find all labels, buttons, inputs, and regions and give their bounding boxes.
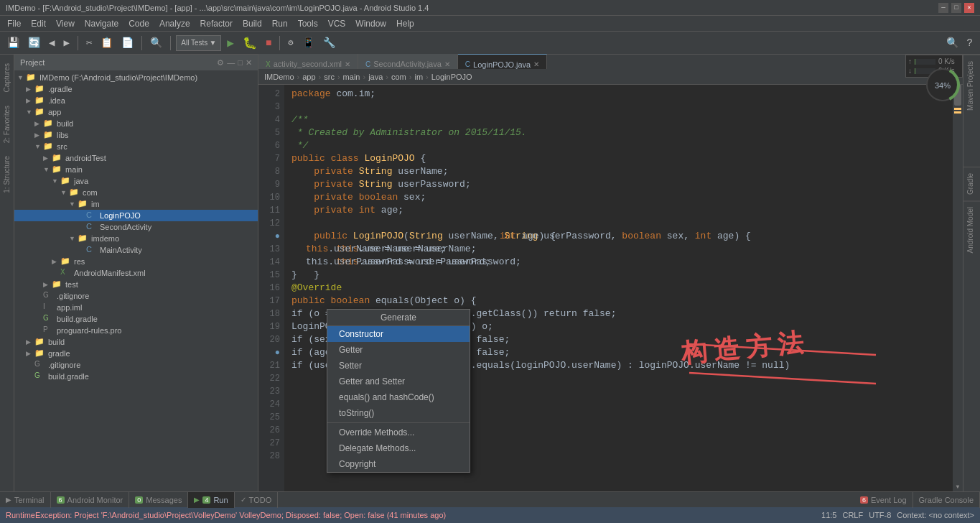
project-close-icon[interactable]: ✕	[246, 58, 252, 68]
tree-item-manifest[interactable]: X AndroidManifest.xml	[14, 267, 258, 279]
tab-close-1[interactable]: ✕	[345, 60, 350, 68]
bc-im[interactable]: im	[414, 73, 423, 81]
tree-item-build1[interactable]: ▶ 📁 build	[14, 118, 258, 129]
structure-tab[interactable]: 1: Structure	[0, 150, 14, 199]
menu-refactor[interactable]: Refactor	[196, 17, 237, 30]
avd-icon[interactable]: 📱	[299, 35, 317, 50]
tree-item-gradle[interactable]: ▶ 📁 .gradle	[14, 83, 258, 95]
tree-item-res[interactable]: ▶ 📁 res	[14, 256, 258, 267]
bc-app[interactable]: app	[302, 73, 315, 81]
menu-navigate[interactable]: Navigate	[80, 17, 123, 30]
ctx-generate[interactable]: Generate	[327, 310, 470, 326]
tree-item-buildgradle-root[interactable]: G build.gradle	[14, 371, 258, 382]
event-log-tab[interactable]: 6 Event Log	[854, 492, 913, 508]
tree-item-gitignore-root[interactable]: G .gitignore	[14, 359, 258, 371]
run-tab[interactable]: ▶ 4 Run	[188, 492, 234, 508]
tree-item-idea[interactable]: ▶ 📁 .idea	[14, 95, 258, 106]
tree-item-imdemo-pkg[interactable]: ▼ 📁 imdemo	[14, 233, 258, 244]
tree-item-mainactivity[interactable]: C MainActivity	[14, 244, 258, 256]
stop-button[interactable]: ■	[263, 36, 274, 50]
tree-item-gitignore-app[interactable]: G .gitignore	[14, 290, 258, 302]
gradle-console-tab[interactable]: Gradle Console	[913, 492, 980, 508]
tree-item-libs[interactable]: ▶ 📁 libs	[14, 129, 258, 141]
tree-item-app[interactable]: ▼ 📁 app	[14, 106, 258, 118]
sdk-icon[interactable]: 🔧	[320, 35, 338, 50]
tree-item-proguard[interactable]: P proguard-rules.pro	[14, 325, 258, 336]
ctx-equals-hashcode[interactable]: equals() and hashCode()	[327, 389, 470, 405]
android-model-tab[interactable]: Android Model	[963, 200, 980, 259]
ctx-getter[interactable]: Getter	[327, 342, 470, 358]
tree-item-build-root[interactable]: ▶ 📁 build	[14, 336, 258, 348]
ctx-copyright[interactable]: Copyright	[327, 456, 470, 472]
messages-tab[interactable]: 0 Messages	[129, 492, 188, 508]
maximize-button[interactable]: □	[951, 3, 961, 13]
tree-item-test[interactable]: ▶ 📁 test	[14, 279, 258, 290]
bc-main[interactable]: main	[343, 73, 360, 81]
close-button[interactable]: ✕	[964, 3, 974, 13]
menu-file[interactable]: File	[3, 17, 25, 30]
bc-loginpojo[interactable]: LoginPOJO	[431, 73, 472, 81]
bc-imdemo[interactable]: IMDemo	[264, 73, 294, 81]
run-button[interactable]: ▶	[224, 34, 237, 52]
toolbar-back-icon[interactable]: ◀	[46, 35, 57, 50]
toolbar-cut-icon[interactable]: ✂	[83, 35, 95, 50]
help-icon[interactable]: ?	[964, 36, 976, 50]
project-collapse-icon[interactable]: —	[227, 58, 235, 68]
ctx-override-methods[interactable]: Override Methods...	[327, 425, 470, 440]
ctx-constructor[interactable]: Constructor	[327, 326, 470, 342]
toolbar-sync-icon[interactable]: 🔄	[25, 35, 43, 50]
tab-close-2[interactable]: ✕	[444, 60, 450, 68]
global-search-icon[interactable]: 🔍	[943, 35, 961, 50]
toolbar-copy-icon[interactable]: 📋	[98, 35, 116, 50]
tree-item-java[interactable]: ▼ 📁 java	[14, 175, 258, 187]
tree-item-loginpojo[interactable]: C LoginPOJO	[14, 210, 258, 221]
maven-projects-tab[interactable]: Maven Projects	[963, 55, 980, 116]
project-expand-icon[interactable]: □	[238, 58, 243, 68]
menu-view[interactable]: View	[52, 17, 79, 30]
menu-run[interactable]: Run	[268, 17, 292, 30]
todo-tab[interactable]: ✓ TODO	[235, 492, 279, 508]
ctx-tostring[interactable]: toString()	[327, 405, 470, 421]
tab-close-3[interactable]: ✕	[533, 60, 539, 68]
toolbar-paste-icon[interactable]: 📄	[118, 35, 136, 50]
toolbar-forward-icon[interactable]: ▶	[60, 35, 72, 50]
terminal-tab[interactable]: ▶ Terminal	[0, 492, 51, 508]
android-monitor-tab[interactable]: 6 Android Monitor	[51, 492, 130, 508]
run-config-dropdown[interactable]: All Tests ▼	[176, 35, 221, 51]
menu-vcs[interactable]: VCS	[324, 17, 350, 30]
tree-item-main[interactable]: ▼ 📁 main	[14, 164, 258, 175]
tree-item-secondactivity[interactable]: C SecondActivity	[14, 221, 258, 233]
ctx-getter-setter[interactable]: Getter and Setter	[327, 374, 470, 389]
favorites-tab[interactable]: 2: Favorites	[0, 100, 14, 149]
tree-item-imdemo-root[interactable]: ▼ 📁 IMDemo (F:\Android_studio\Project\IM…	[14, 72, 258, 83]
tree-item-src[interactable]: ▼ 📁 src	[14, 141, 258, 152]
tree-item-com[interactable]: ▼ 📁 com	[14, 187, 258, 198]
tree-item-appiml[interactable]: I app.iml	[14, 302, 258, 313]
captures-tab[interactable]: Captures	[0, 57, 14, 98]
menu-analyze[interactable]: Analyze	[155, 17, 195, 30]
menu-help[interactable]: Help	[392, 17, 419, 30]
gradle-sync-icon[interactable]: ⚙	[285, 36, 296, 50]
menu-code[interactable]: Code	[124, 17, 154, 30]
tree-item-buildgradle-app[interactable]: G build.gradle	[14, 313, 258, 325]
toolbar-search-icon[interactable]: 🔍	[147, 35, 165, 50]
menu-build[interactable]: Build	[238, 17, 266, 30]
status-encoding[interactable]: UTF-8	[869, 511, 891, 519]
bc-src[interactable]: src	[324, 73, 335, 81]
gradle-tab[interactable]: Gradle	[963, 167, 980, 200]
debug-button[interactable]: 🐛	[240, 34, 260, 52]
tree-item-im[interactable]: ▼ 📁 im	[14, 198, 258, 210]
bc-com[interactable]: com	[391, 73, 406, 81]
status-line-ending[interactable]: CRLF	[842, 511, 863, 519]
tree-item-androidtest[interactable]: ▶ 📁 androidTest	[14, 152, 258, 164]
editor-scrollbar[interactable]: ▲ ▼	[953, 75, 963, 491]
tree-item-gradle-root[interactable]: ▶ 📁 gradle	[14, 348, 258, 359]
ctx-setter[interactable]: Setter	[327, 358, 470, 374]
ctx-delegate-methods[interactable]: Delegate Methods...	[327, 440, 470, 456]
menu-edit[interactable]: Edit	[27, 17, 50, 30]
bc-java[interactable]: java	[368, 73, 383, 81]
menu-window[interactable]: Window	[351, 17, 391, 30]
menu-tools[interactable]: Tools	[294, 17, 322, 30]
scroll-down-arrow[interactable]: ▼	[956, 483, 960, 490]
project-settings-icon[interactable]: ⚙	[217, 58, 224, 68]
